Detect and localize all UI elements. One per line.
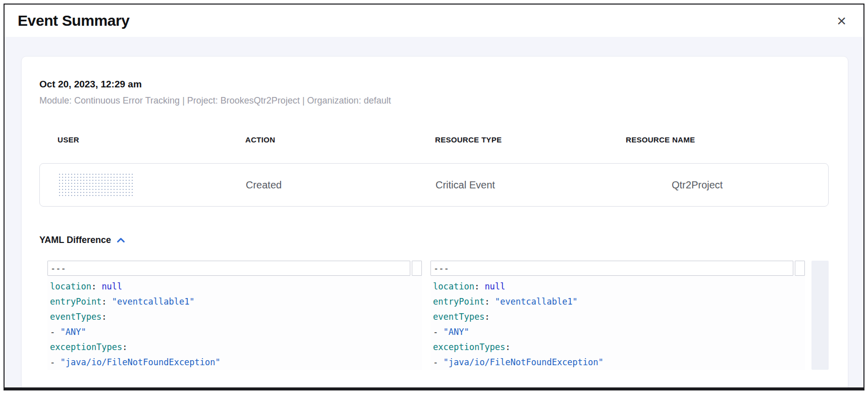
column-header: RESOURCE TYPE [435,135,626,144]
yaml-code-line: exceptionTypes: [47,339,422,355]
yaml-code-line: eventTypes: [47,309,422,324]
yaml-code-line: - "java/io/FileNotFoundException" [430,355,805,370]
close-button[interactable]: × [835,12,848,30]
yaml-header-row: --- [47,261,422,276]
yaml-code-line: - "ANY" [47,324,422,339]
resource-type-cell: Critical Event [436,179,626,191]
event-timestamp: Oct 20, 2023, 12:29 am [39,79,829,90]
close-icon: × [837,12,846,30]
yaml-panel-left: ---location: nullentryPoint: "eventcalla… [47,261,422,370]
yaml-panel-right: ---location: nullentryPoint: "eventcalla… [430,261,805,370]
yaml-difference-label: YAML Difference [39,235,111,245]
modal-title: Event Summary [18,12,130,29]
yaml-code-line: location: null [430,279,805,294]
yaml-code-line: eventTypes: [430,309,805,324]
resource-name-cell: Qtr2Project [626,179,828,191]
event-card: Oct 20, 2023, 12:29 am Module: Continuou… [21,56,848,390]
action-cell: Created [246,179,436,191]
yaml-code-line: location: null [47,279,422,294]
column-header: RESOURCE NAME [626,135,829,144]
yaml-document-marker: --- [430,261,793,276]
event-meta: Module: Continuous Error Tracking | Proj… [39,95,829,106]
scrollbar-corner [412,261,422,276]
redacted-user [58,173,133,197]
yaml-document-marker: --- [47,261,410,276]
yaml-header-row: --- [430,261,805,276]
yaml-code-line: - "java/io/FileNotFoundException" [47,355,422,370]
yaml-diff-view: ---location: nullentryPoint: "eventcalla… [39,261,829,370]
scrollbar-track[interactable] [811,261,829,370]
event-summary-modal: Event Summary × Oct 20, 2023, 12:29 am M… [4,4,864,390]
chevron-up-icon [117,236,125,245]
yaml-code-line: entryPoint: "eventcallable1" [47,294,422,309]
yaml-code-line: - "ANY" [430,324,805,339]
modal-body: Oct 20, 2023, 12:29 am Module: Continuou… [5,37,863,387]
scrollbar-corner [795,261,805,276]
yaml-code-line: entryPoint: "eventcallable1" [430,294,805,309]
table-header-row: USERACTIONRESOURCE TYPERESOURCE NAME [39,135,829,144]
column-header: USER [58,135,245,144]
column-header: ACTION [245,135,435,144]
user-cell [58,173,246,197]
table-row: Created Critical Event Qtr2Project [39,163,829,207]
yaml-code-line: exceptionTypes: [430,339,805,355]
yaml-difference-toggle[interactable]: YAML Difference [39,235,125,245]
modal-header: Event Summary × [5,5,863,37]
